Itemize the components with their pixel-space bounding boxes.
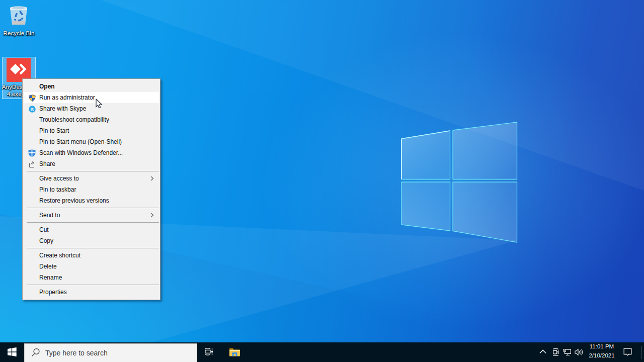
svg-text:S: S [31,106,34,112]
